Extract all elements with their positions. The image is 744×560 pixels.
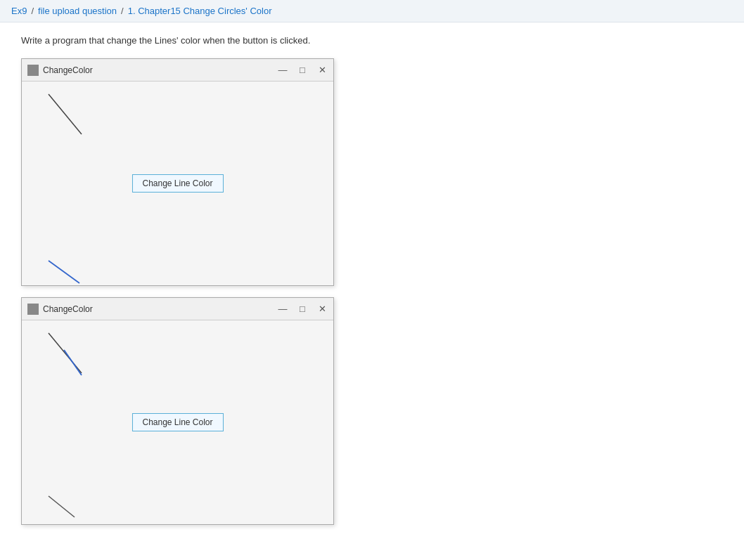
window2-controls: — □ ✕ bbox=[277, 304, 328, 313]
breadcrumb-current: 1. Chapter15 Change Circles' Color bbox=[128, 6, 272, 16]
window2: ChangeColor — □ ✕ Change Line Color bbox=[21, 297, 334, 525]
breadcrumb-sep2: / bbox=[121, 6, 124, 16]
svg-line-1 bbox=[49, 261, 79, 283]
minimize-btn-2[interactable]: — bbox=[277, 304, 288, 313]
minimize-btn-1[interactable]: — bbox=[277, 65, 288, 74]
breadcrumb-file-upload[interactable]: file upload question bbox=[38, 6, 117, 16]
window1-wrapper: ChangeColor — □ ✕ Change Line Color bbox=[21, 58, 723, 286]
window2-title: ChangeColor bbox=[43, 304, 93, 314]
breadcrumb-ex9[interactable]: Ex9 bbox=[11, 6, 27, 16]
window2-body: Change Line Color bbox=[22, 320, 333, 524]
window1-titlebar-left: ChangeColor bbox=[27, 65, 93, 76]
app-icon-1 bbox=[27, 65, 39, 76]
instructions-text: Write a program that change the Lines' c… bbox=[21, 35, 723, 46]
page-content: Write a program that change the Lines' c… bbox=[0, 22, 744, 549]
change-line-btn-1[interactable]: Change Line Color bbox=[132, 174, 223, 193]
window1-titlebar: ChangeColor — □ ✕ bbox=[22, 59, 333, 82]
window2-titlebar: ChangeColor — □ ✕ bbox=[22, 298, 333, 320]
window2-wrapper: ChangeColor — □ ✕ Change Line Color bbox=[21, 297, 723, 525]
window1: ChangeColor — □ ✕ Change Line Color bbox=[21, 58, 334, 286]
window1-title: ChangeColor bbox=[43, 65, 93, 75]
breadcrumb-sep1: / bbox=[31, 6, 34, 16]
app-icon-2 bbox=[27, 304, 39, 315]
breadcrumb: Ex9 / file upload question / 1. Chapter1… bbox=[0, 0, 744, 22]
svg-line-4 bbox=[49, 496, 75, 517]
maximize-btn-1[interactable]: □ bbox=[297, 65, 308, 74]
window1-body: Change Line Color bbox=[22, 82, 333, 285]
maximize-btn-2[interactable]: □ bbox=[297, 304, 308, 313]
svg-line-2 bbox=[49, 333, 82, 373]
window2-titlebar-left: ChangeColor bbox=[27, 304, 93, 315]
svg-line-0 bbox=[49, 94, 82, 134]
svg-line-3 bbox=[64, 350, 82, 375]
change-line-btn-2[interactable]: Change Line Color bbox=[132, 413, 223, 431]
window1-controls: — □ ✕ bbox=[277, 65, 328, 74]
close-btn-2[interactable]: ✕ bbox=[316, 304, 328, 313]
close-btn-1[interactable]: ✕ bbox=[316, 65, 328, 74]
